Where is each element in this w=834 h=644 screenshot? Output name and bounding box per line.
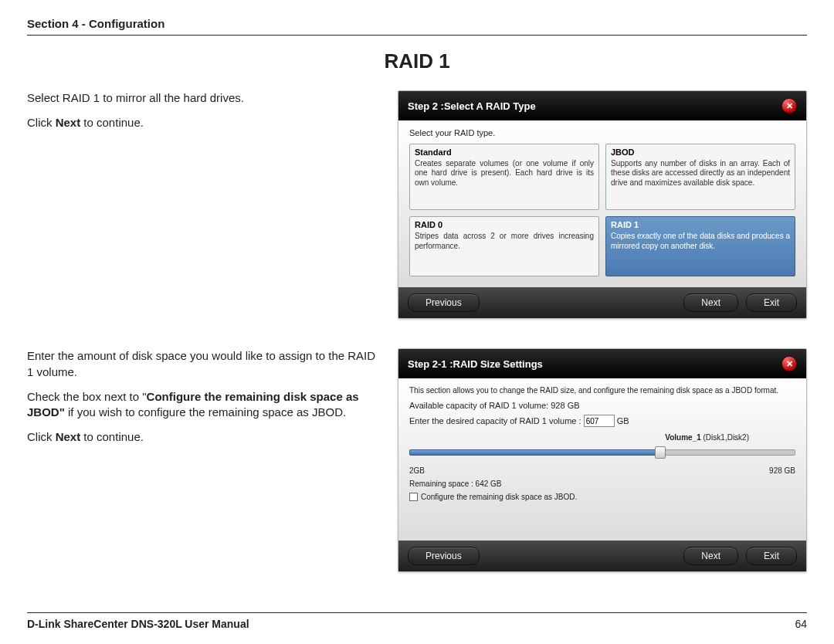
capacity-field: Enter the desired capacity of RAID 1 vol… xyxy=(409,415,795,427)
instruction-text: Click Next to continue. xyxy=(27,115,382,130)
instruction-text: Click Next to continue. xyxy=(27,429,382,445)
page-title: RAID 1 xyxy=(27,49,807,73)
checkbox-icon[interactable] xyxy=(409,493,418,501)
close-icon[interactable]: ✕ xyxy=(781,98,797,114)
exit-button[interactable]: Exit xyxy=(746,547,797,565)
volume-label: Volume_1 (Disk1,Disk2) xyxy=(409,433,749,442)
manual-title: D-Link ShareCenter DNS-320L User Manual xyxy=(27,618,249,630)
remaining-space: Remaining space : 642 GB xyxy=(409,480,795,488)
instructions-block-2: Enter the amount of disk space you would… xyxy=(27,348,382,586)
slider-min: 2GB xyxy=(409,466,425,475)
wizard-title: Step 2 :Select A RAID Type xyxy=(408,100,536,112)
instruction-text: Select RAID 1 to mirror all the hard dri… xyxy=(27,90,382,106)
section-header: Section 4 - Configuration xyxy=(27,17,807,30)
raid-option-jbod[interactable]: JBOD Supports any number of disks in an … xyxy=(605,144,795,210)
wizard-title: Step 2-1 :RAID Size Settings xyxy=(408,358,543,370)
jbod-checkbox-row[interactable]: Configure the remaining disk space as JB… xyxy=(409,493,795,501)
instruction-text: Enter the amount of disk space you would… xyxy=(27,348,382,380)
previous-button[interactable]: Previous xyxy=(408,293,480,312)
capacity-input[interactable] xyxy=(584,415,615,427)
next-button[interactable]: Next xyxy=(683,547,738,565)
raid-option-raid0[interactable]: RAID 0 Stripes data across 2 or more dri… xyxy=(409,216,599,276)
instructions-block-1: Select RAID 1 to mirror all the hard dri… xyxy=(27,90,382,333)
raid-option-raid1[interactable]: RAID 1 Copies exactly one of the data di… xyxy=(605,216,795,276)
page-footer: D-Link ShareCenter DNS-320L User Manual … xyxy=(27,612,807,630)
wizard-step2: Step 2 :Select A RAID Type ✕ Select your… xyxy=(398,90,807,319)
next-button[interactable]: Next xyxy=(683,293,738,312)
size-slider[interactable] xyxy=(409,443,795,465)
instruction-text: Check the box next to "Configure the rem… xyxy=(27,389,382,421)
raid-option-standard[interactable]: Standard Creates separate volumes (or on… xyxy=(409,144,599,210)
wizard-intro: Select your RAID type. xyxy=(409,128,795,137)
available-capacity: Available capacity of RAID 1 volume: 928… xyxy=(409,401,795,410)
wizard-intro: This section allows you to change the RA… xyxy=(409,386,795,395)
exit-button[interactable]: Exit xyxy=(746,293,797,312)
previous-button[interactable]: Previous xyxy=(408,547,480,565)
slider-thumb[interactable] xyxy=(655,446,666,459)
page-number: 64 xyxy=(795,618,807,630)
wizard-step2-1: Step 2-1 :RAID Size Settings ✕ This sect… xyxy=(398,348,807,572)
close-icon[interactable]: ✕ xyxy=(781,356,797,371)
slider-max: 928 GB xyxy=(769,466,795,475)
